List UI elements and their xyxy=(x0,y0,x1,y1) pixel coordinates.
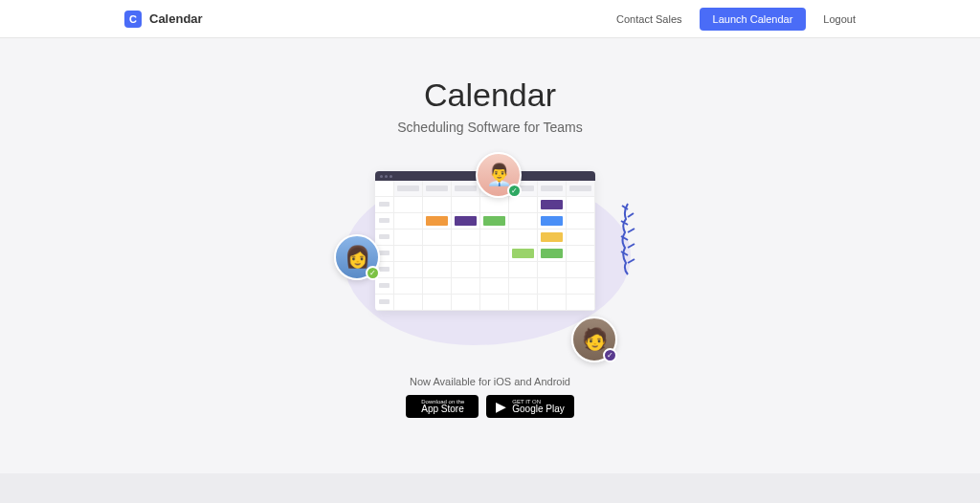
hero-section: Calendar Scheduling Software for Teams 👨… xyxy=(0,38,980,447)
contact-sales-link[interactable]: Contact Sales xyxy=(616,13,681,25)
store-line2: App Store xyxy=(421,405,464,414)
check-icon: ✓ xyxy=(366,266,380,280)
store-buttons: Download on the App Store ▶ GET IT ON Go… xyxy=(0,395,980,418)
logout-link[interactable]: Logout xyxy=(823,13,856,25)
hero-subtitle: Scheduling Software for Teams xyxy=(0,120,980,135)
avatar-3: 🧑✓ xyxy=(571,317,617,362)
store-line1: GET IT ON xyxy=(512,399,564,405)
header-right: Contact Sales Launch Calendar Logout xyxy=(616,8,856,31)
leaf-icon xyxy=(615,200,640,276)
hero-illustration: 👨‍💼✓ 👩✓ 🧑✓ xyxy=(342,156,638,357)
store-line2: Google Play xyxy=(512,405,564,414)
hero-title: Calendar xyxy=(0,77,980,114)
check-icon: ✓ xyxy=(507,184,522,198)
store-line1: Download on the xyxy=(421,399,464,405)
avatar-1: 👨‍💼✓ xyxy=(476,152,522,198)
brand-name: Calendar xyxy=(149,11,203,26)
trust-section: Trusted by over 80,000 Businesses xyxy=(0,473,980,503)
google-play-button[interactable]: ▶ GET IT ON Google Play xyxy=(486,395,573,418)
calendar-grid xyxy=(375,181,595,311)
availability-text: Now Available for iOS and Android xyxy=(0,376,980,387)
brand[interactable]: C Calendar xyxy=(124,11,203,28)
app-store-button[interactable]: Download on the App Store xyxy=(406,395,479,418)
header: C Calendar Contact Sales Launch Calendar… xyxy=(0,0,980,38)
google-play-icon: ▶ xyxy=(496,399,506,414)
check-icon: ✓ xyxy=(603,348,617,362)
launch-calendar-button[interactable]: Launch Calendar xyxy=(700,8,807,31)
logo-icon: C xyxy=(124,11,142,28)
avatar-2: 👩✓ xyxy=(334,234,380,280)
